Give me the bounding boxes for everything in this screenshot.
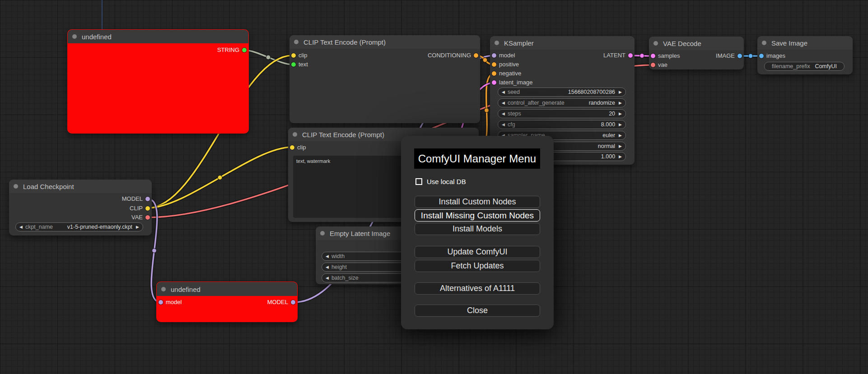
output-latent[interactable]: LATENT — [603, 52, 635, 59]
node-undefined-string[interactable]: undefined STRING — [68, 30, 248, 133]
widget-height[interactable]: ◀ height — [322, 263, 410, 272]
conditioning-port-icon[interactable] — [492, 62, 496, 67]
decrement-arrow-icon[interactable]: ◀ — [326, 254, 329, 259]
vae-port-icon[interactable] — [651, 63, 655, 67]
output-model[interactable]: MODEL — [267, 299, 297, 306]
widget-width[interactable]: ◀ width — [322, 252, 410, 261]
widget-batch-size[interactable]: ◀ batch_size — [322, 273, 410, 282]
node-save-image[interactable]: Save Image images filename_prefix ComfyU… — [757, 36, 853, 74]
collapse-dot-icon[interactable] — [161, 287, 166, 291]
increment-arrow-icon[interactable]: ▶ — [619, 111, 622, 116]
collapse-dot-icon[interactable] — [14, 184, 18, 189]
increment-arrow-icon[interactable]: ▶ — [619, 133, 622, 138]
output-clip[interactable]: CLIP — [130, 205, 152, 212]
node-undefined-model[interactable]: undefined model MODEL — [157, 282, 297, 322]
input-model[interactable]: model — [157, 299, 182, 306]
input-vae[interactable]: vae — [649, 61, 667, 69]
increment-arrow-icon[interactable]: ▶ — [619, 154, 622, 159]
node-load-checkpoint[interactable]: Load Checkpoint MODEL CLIP VAE ◀ ckpt_na… — [9, 180, 152, 235]
model-port-icon[interactable] — [291, 300, 295, 305]
input-text[interactable]: text — [289, 61, 308, 68]
model-port-icon[interactable] — [159, 300, 163, 305]
node-graph-canvas[interactable]: undefined STRING CLIP Text Encode (Promp… — [0, 0, 868, 374]
widget-steps[interactable]: ◀ steps 20 ▶ — [498, 109, 626, 118]
widget-ckpt-name[interactable]: ◀ ckpt_name v1-5-pruned-emaonly.ckpt ▶ — [15, 222, 143, 231]
input-images[interactable]: images — [757, 52, 785, 60]
latent-port-icon[interactable] — [651, 54, 655, 58]
output-model[interactable]: MODEL — [122, 195, 152, 203]
clip-port-icon[interactable] — [145, 206, 150, 211]
alternatives-of-a1111-button[interactable]: Alternatives of A1111 — [415, 282, 540, 295]
node-title: undefined — [171, 286, 201, 293]
increment-arrow-icon[interactable]: ▶ — [136, 225, 139, 229]
increment-arrow-icon[interactable]: ▶ — [619, 144, 622, 148]
image-port-icon[interactable] — [759, 54, 764, 58]
node-vae-decode[interactable]: VAE Decode samples vae IMAGE — [649, 37, 744, 69]
input-clip[interactable]: clip — [288, 144, 306, 151]
collapse-dot-icon[interactable] — [653, 41, 658, 46]
collapse-dot-icon[interactable] — [762, 41, 766, 45]
input-latent-image[interactable]: latent_image — [490, 79, 532, 86]
wire-midpoint-dot-latent-to-samples — [640, 54, 644, 58]
increment-arrow-icon[interactable]: ▶ — [619, 101, 622, 105]
collapse-dot-icon[interactable] — [72, 34, 77, 39]
input-samples[interactable]: samples — [649, 52, 680, 60]
increment-arrow-icon[interactable]: ▶ — [619, 122, 622, 127]
collapse-dot-icon[interactable] — [293, 132, 297, 137]
input-clip[interactable]: clip — [289, 52, 308, 59]
comfyui-manager-dialog: ComfyUI Manager Menu Use local DB Instal… — [401, 136, 554, 329]
widget-filename-prefix[interactable]: filename_prefix ComfyUI — [764, 62, 845, 71]
install-missing-custom-nodes-button[interactable]: Install Missing Custom Nodes — [415, 209, 540, 222]
latent-port-icon[interactable] — [628, 53, 633, 58]
decrement-arrow-icon[interactable]: ◀ — [502, 90, 505, 94]
clip-port-icon[interactable] — [290, 145, 294, 150]
wire-clip-to-clip2 — [148, 147, 292, 208]
use-local-db-row[interactable]: Use local DB — [415, 178, 466, 185]
collapse-dot-icon[interactable] — [495, 41, 499, 45]
increment-arrow-icon[interactable]: ▶ — [619, 90, 622, 94]
collapse-dot-icon[interactable] — [320, 231, 325, 235]
install-models-button[interactable]: Install Models — [415, 223, 540, 235]
latent-port-icon[interactable] — [492, 80, 496, 85]
node-clip-text-encode-1[interactable]: CLIP Text Encode (Prompt) clip text COND… — [289, 35, 480, 123]
widget-cfg[interactable]: ◀ cfg 8.000 ▶ — [498, 120, 626, 129]
input-positive[interactable]: positive — [490, 61, 519, 68]
wire-string-to-text — [244, 50, 292, 65]
string-port-icon[interactable] — [242, 48, 247, 52]
wire-outline-string-to-text — [244, 50, 292, 65]
model-port-icon[interactable] — [492, 53, 496, 58]
output-conditioning[interactable]: CONDITIONING — [428, 52, 480, 59]
widget-control-after-generate[interactable]: ◀ control_after_generate randomize ▶ — [498, 98, 626, 107]
wire-outline-clip-to-clip2 — [148, 147, 292, 208]
fetch-updates-button[interactable]: Fetch Updates — [415, 260, 540, 272]
decrement-arrow-icon[interactable]: ◀ — [326, 276, 329, 280]
input-model[interactable]: model — [490, 52, 515, 59]
output-vae[interactable]: VAE — [131, 214, 152, 221]
clip-port-icon[interactable] — [291, 53, 296, 58]
conditioning-port-icon[interactable] — [474, 53, 478, 58]
install-custom-nodes-button[interactable]: Install Custom Nodes — [415, 196, 540, 208]
collapse-dot-icon[interactable] — [294, 40, 299, 44]
decrement-arrow-icon[interactable]: ◀ — [19, 225, 23, 229]
close-button[interactable]: Close — [415, 305, 540, 317]
image-port-icon[interactable] — [737, 54, 742, 58]
node-title: undefined — [82, 33, 112, 41]
output-image[interactable]: IMAGE — [716, 52, 744, 60]
node-empty-latent-image[interactable]: Empty Latent Image ◀ width ◀ height ◀ ba… — [316, 226, 415, 284]
decrement-arrow-icon[interactable]: ◀ — [502, 111, 505, 116]
model-port-icon[interactable] — [145, 197, 150, 201]
decrement-arrow-icon[interactable]: ◀ — [326, 265, 329, 269]
output-string[interactable]: STRING — [217, 46, 248, 54]
text-port-icon[interactable] — [291, 62, 296, 67]
node-title: CLIP Text Encode (Prompt) — [302, 131, 384, 139]
use-local-db-checkbox[interactable] — [415, 178, 422, 185]
decrement-arrow-icon[interactable]: ◀ — [502, 101, 505, 105]
input-negative[interactable]: negative — [490, 70, 521, 77]
conditioning-port-icon[interactable] — [492, 71, 496, 76]
widget-seed[interactable]: ◀ seed 156680208700286 ▶ — [498, 88, 626, 97]
decrement-arrow-icon[interactable]: ◀ — [502, 122, 505, 127]
update-comfyui-button[interactable]: Update ComfyUI — [415, 246, 540, 258]
wire-midpoint-dot-string-to-text — [266, 55, 271, 60]
node-title: CLIP Text Encode (Prompt) — [303, 38, 386, 46]
vae-port-icon[interactable] — [145, 215, 150, 220]
